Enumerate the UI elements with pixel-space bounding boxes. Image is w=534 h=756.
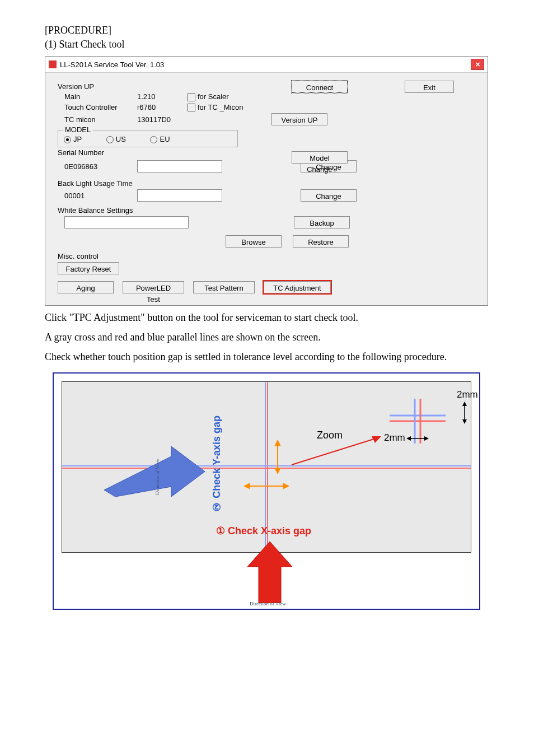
close-button[interactable]: ✕ <box>471 59 484 70</box>
svg-marker-5 <box>275 468 280 474</box>
instruction-3: Check whether touch position gap is sett… <box>45 349 489 365</box>
svg-marker-1 <box>244 483 250 489</box>
factory-reset-button[interactable]: Factory Reset <box>58 262 119 274</box>
jp-label: JP <box>73 135 82 143</box>
y-gap-arrow-icon <box>273 440 282 474</box>
tc-value: r6760 <box>137 103 188 111</box>
serial-input[interactable] <box>137 160 222 172</box>
svg-marker-4 <box>275 440 280 446</box>
svg-marker-17 <box>424 436 429 441</box>
svg-marker-2 <box>283 483 289 489</box>
test-pattern-button[interactable]: Test Pattern <box>193 281 255 293</box>
radio-jp[interactable] <box>64 136 71 143</box>
zoom-arrow-icon <box>289 434 384 468</box>
svg-marker-14 <box>462 419 467 424</box>
svg-marker-19 <box>247 542 292 603</box>
backlight-change-button[interactable]: Change <box>301 189 357 202</box>
model-change-button[interactable]: Model Change <box>292 151 348 164</box>
svg-marker-16 <box>406 436 411 441</box>
dov-left: Direction of View <box>154 459 160 495</box>
misc-label: Misc. control <box>58 252 99 260</box>
svg-marker-13 <box>462 402 467 406</box>
tc-adjustment-button[interactable]: TC Adjustment <box>264 281 331 293</box>
version-up-label: Version UP <box>58 82 130 91</box>
instruction-1: Click "TPC Adjustment" button on the too… <box>45 310 489 325</box>
service-tool-window: LL-S201A Service Tool Ver. 1.03 ✕ Exit C… <box>45 56 488 306</box>
mm-vert-arrow-icon <box>459 402 470 424</box>
aging-button[interactable]: Aging <box>58 281 114 293</box>
mm-horiz-arrow-icon <box>406 433 429 444</box>
scaler-checkbox[interactable] <box>188 94 195 101</box>
title-bar: LL-S201A Service Tool Ver. 1.03 ✕ <box>45 57 488 73</box>
restore-button[interactable]: Restore <box>293 235 349 248</box>
tcmicon-checkbox[interactable] <box>188 104 195 111</box>
check-x-label: ① Check X-axis gap <box>216 525 311 537</box>
model-group: MODEL JP US EU <box>58 130 238 147</box>
version-up-button[interactable]: Version UP <box>271 113 327 125</box>
dov-bottom: Direction of View <box>250 601 286 606</box>
powerled-test-button[interactable]: PowerLED Test <box>123 281 184 293</box>
backup-button[interactable]: Backup <box>294 216 350 228</box>
model-legend: MODEL <box>63 125 93 134</box>
instruction-2: A gray cross and red and blue parallel l… <box>45 330 489 345</box>
wb-input[interactable] <box>64 216 189 228</box>
diagram: Zoom 2mm 2mm ① Check X-axis gap ② Check … <box>53 372 480 610</box>
mm-label-top: 2mm <box>457 389 478 400</box>
check-y-label: ② Check Y-axis gap <box>210 416 223 513</box>
x-gap-arrow-icon <box>244 482 289 491</box>
wb-label: White Balance Settings <box>58 206 133 214</box>
main-label: Main <box>58 92 137 101</box>
scaler-label: for Scaler <box>198 92 229 101</box>
tc-micon-value: 130117D0 <box>137 115 188 124</box>
us-label: US <box>116 135 126 143</box>
main-value: 1.210 <box>137 92 188 101</box>
eu-label: EU <box>160 135 170 143</box>
browse-button[interactable]: Browse <box>226 235 282 248</box>
procedure-heading: [PROCEDURE] <box>45 25 489 36</box>
connect-button[interactable]: Connect <box>292 81 348 93</box>
serial-label: Serial Number <box>58 148 477 157</box>
svg-line-6 <box>292 438 376 465</box>
backlight-input[interactable] <box>137 189 222 202</box>
backlight-label: Back Light Usage Time <box>58 179 133 188</box>
radio-us[interactable] <box>106 136 114 143</box>
step-1: (1) Start Check tool <box>45 39 489 50</box>
serial-value: 0E096863 <box>58 162 137 171</box>
red-arrow-icon <box>247 542 292 603</box>
backlight-value: 00001 <box>58 192 137 200</box>
tc-micon-label: TC micon <box>58 115 137 124</box>
close-icon: ✕ <box>475 61 480 68</box>
window-title: LL-S201A Service Tool Ver. 1.03 <box>60 60 164 69</box>
tcmicon-label: for TC _Micon <box>198 103 243 111</box>
exit-button[interactable]: Exit <box>405 81 454 93</box>
mm-label-left: 2mm <box>384 432 405 444</box>
touch-controller-label: Touch Controller <box>58 103 137 111</box>
radio-eu[interactable] <box>150 136 157 143</box>
app-icon <box>49 60 57 68</box>
